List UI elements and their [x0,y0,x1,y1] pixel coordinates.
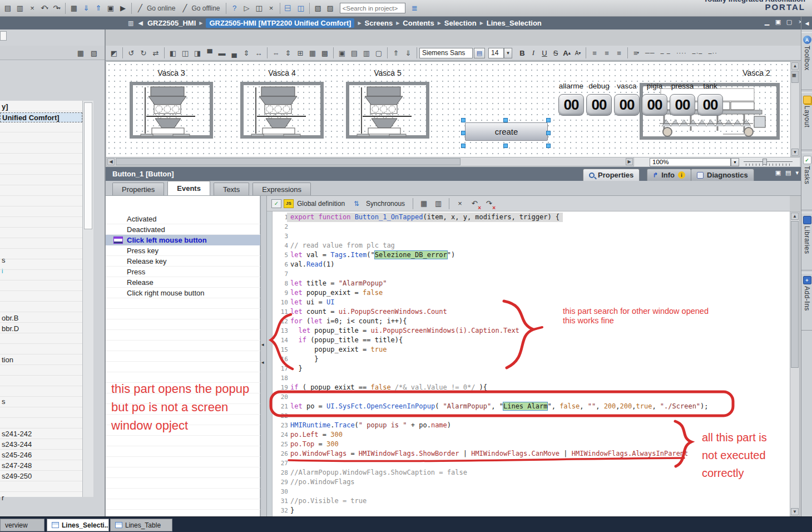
underline-button[interactable]: U [539,47,550,58]
minimize-icon[interactable]: ▁ [763,18,771,26]
code-vscrollbar[interactable]: ▲ ▼ [790,211,800,516]
line-style-2[interactable]: ···· [676,50,687,56]
rotate-left-icon[interactable]: ↺ [125,47,137,59]
code-line[interactable]: 7 [267,269,790,279]
code-line[interactable]: 30 [267,487,790,496]
split-vertical-icon[interactable]: ◫ [295,2,307,14]
invert-selection-icon[interactable]: ◩ [108,47,120,59]
copy-icon[interactable]: ▥ [14,2,26,14]
align-middle-icon[interactable]: ▬ [216,47,228,59]
float-panel-icon[interactable]: ▣ [775,169,781,176]
event-item[interactable]: Activated [106,214,260,224]
scrollbar-thumb[interactable] [791,221,799,368]
go-offline-label[interactable]: Go offline [191,4,220,12]
tree-item[interactable]: bbr.D [2,324,19,334]
watch-table-icon[interactable]: ▧ [312,2,324,14]
scroll-down-icon[interactable]: ▼ [791,508,799,515]
script-editor[interactable]: 1export function Button_1_OnTapped(item,… [267,211,790,516]
scrollbar-thumb[interactable]: ≡ [791,71,799,83]
line-style-3[interactable]: –·– [692,50,703,56]
tab-texts[interactable]: Texts [214,183,249,195]
zoom-select[interactable]: 100% [650,158,731,166]
font-size-select[interactable]: 14 [488,48,504,58]
breadcrumb-item[interactable]: GRZ2505_HMI [147,19,196,27]
scroll-up-icon[interactable]: ▲ [791,62,799,70]
align-bottom-icon[interactable]: ▄ [228,47,240,59]
validate-script-icon[interactable]: ✓ [271,199,281,208]
project-tree-scrollbar[interactable] [82,101,93,497]
io-display[interactable]: 00 [558,94,584,116]
rotate-right-icon[interactable]: ↻ [137,47,150,59]
code-line[interactable]: 4// read value from plc tag [267,241,790,250]
code-line[interactable]: 32} [267,506,790,515]
event-item[interactable]: Release [106,277,260,288]
code-line[interactable]: 5let val = Tags.Item("Selezione_DB_error… [267,250,790,260]
scrollbar-thumb[interactable] [84,102,92,229]
scroll-left-icon[interactable]: ◀ [107,158,115,165]
zoom-slider[interactable] [744,158,793,166]
group-icon[interactable]: ⇑ [390,47,402,59]
selection-handle[interactable] [546,118,551,122]
restore-icon[interactable]: ▣ [774,18,782,26]
bold-button[interactable]: B [517,47,528,58]
split-horizontal-icon[interactable]: ◫ [283,2,295,14]
align-top-icon[interactable]: ▀ [204,47,216,59]
tank-graphic-vasca5[interactable] [346,82,429,139]
splitter-collapse-icon[interactable]: ◂ [261,359,264,365]
tab-properties-right[interactable]: Properties [583,169,640,181]
font-size-dropdown-icon[interactable]: ▼ [504,48,512,58]
create-button[interactable]: create [465,122,548,141]
code-line[interactable]: 19if ( popup_exixt == false /*& val.Valu… [267,383,790,392]
tree-item[interactable]: s241-242 [2,429,32,439]
line-style-1[interactable]: – – [661,50,671,56]
synchronous-label[interactable]: Synchronous [366,200,405,208]
details-view-icon[interactable]: ▦ [75,47,87,59]
justify-center-icon[interactable]: ≡ [601,47,613,59]
event-item[interactable]: Press [106,267,260,277]
upload-from-device-icon[interactable]: ⇑ [92,2,105,14]
code-line[interactable]: 2 [267,222,790,231]
selection-handle[interactable] [461,118,466,122]
code-line[interactable]: 22 [267,411,790,421]
line-style-0[interactable]: ── [645,50,655,56]
collapse-left-icon[interactable]: ◀ [138,19,142,27]
breadcrumb-item[interactable]: Screens [365,19,393,27]
start-runtime-icon[interactable]: ▶ [117,2,129,14]
tree-item[interactable]: s249-250 [2,471,32,481]
code-line[interactable]: 1export function Button_1_OnTapped(item,… [267,213,790,222]
even-width-icon[interactable]: ⇔ [270,47,282,59]
scroll-up-icon[interactable]: ▲ [791,213,799,220]
io-display[interactable]: 00 [642,94,667,116]
tree-item[interactable]: tion [2,355,13,365]
panel-menu-icon[interactable]: ▤ [785,169,791,176]
pane-splitter[interactable]: ◂ ◂ [260,196,267,516]
go-online-icon[interactable]: ╱ [134,2,146,14]
io-display[interactable]: 00 [586,94,612,116]
dock-icon[interactable]: ▥ [128,19,133,27]
io-display[interactable]: 00 [697,94,723,116]
compile-icon[interactable]: ▦ [68,2,80,14]
editor-tab-1[interactable]: Lines_Selecti... [47,519,109,531]
code-line[interactable]: 31//po.Visible = true [267,496,790,506]
line-style-4[interactable]: –·· [708,50,717,56]
start-simulation-icon[interactable]: ▷ [241,2,253,14]
undo-script-icon[interactable]: ↶ [468,198,481,210]
selection-handle[interactable] [546,131,551,135]
justify-left-icon[interactable]: ≡ [588,47,601,59]
send-to-back-icon[interactable]: ▢ [373,47,385,59]
tree-item[interactable]: s [2,397,6,407]
font-list-icon[interactable]: ▤ [474,48,485,58]
bring-forward-icon[interactable]: ▤ [348,47,360,59]
javascript-icon[interactable]: JS [284,199,294,208]
align-left-icon[interactable]: ◧ [167,47,179,59]
scroll-down-icon[interactable]: ▼ [791,149,799,156]
code-line[interactable]: 17 } [267,364,790,373]
search-input[interactable] [340,3,405,13]
tree-item[interactable]: s243-244 [2,440,32,450]
code-line[interactable]: 25po.Top = 300 [267,440,790,449]
flip-icon[interactable]: ⇄ [150,47,162,59]
side-tab-libraries[interactable]: Libraries [801,213,812,270]
paste-icon[interactable]: ▤ [2,2,14,14]
side-tab-tasks[interactable]: ✓Tasks [801,152,812,210]
breadcrumb-item[interactable]: Selection [444,19,477,27]
